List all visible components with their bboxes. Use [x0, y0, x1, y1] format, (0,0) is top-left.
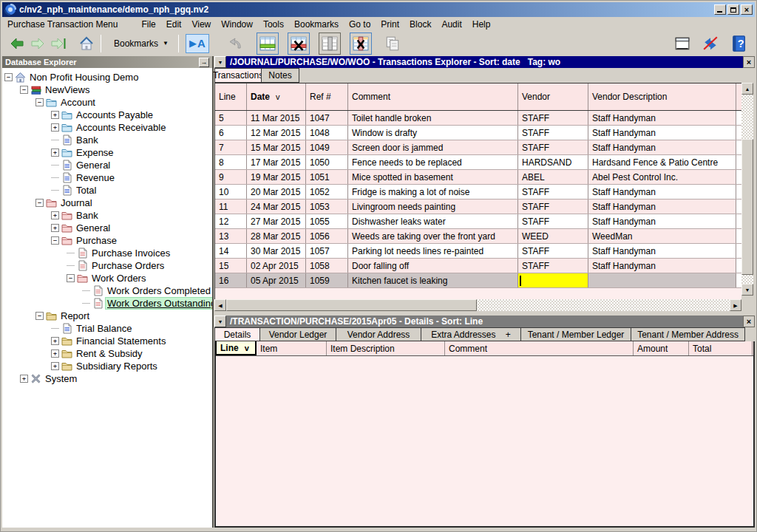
comment-cell[interactable]: Toilet handle broken	[348, 111, 518, 125]
tree-item-newviews[interactable]: −NewViews	[2, 83, 212, 96]
vendor-cell[interactable]: ABEL	[518, 170, 588, 184]
details-table-body[interactable]	[216, 356, 753, 526]
column-header-line[interactable]: Linev	[216, 341, 257, 355]
menu-help[interactable]: Help	[467, 18, 496, 30]
table-row[interactable]: 1328 Mar 20151056Weeds are taking over t…	[215, 229, 741, 244]
collapse-toggle[interactable]: −	[35, 98, 44, 106]
minimize-button[interactable]	[714, 4, 726, 15]
table-row[interactable]: 919 Mar 20151051Mice spotted in basement…	[215, 170, 741, 185]
tree-item-total[interactable]: Total	[2, 184, 212, 197]
panel-menu-dropdown[interactable]: ▼	[214, 56, 226, 68]
date-cell[interactable]: 17 Mar 2015	[247, 155, 306, 169]
tree-item-journal[interactable]: −Journal	[2, 197, 212, 209]
collapse-toggle[interactable]: −	[20, 86, 28, 94]
menu-edit[interactable]: Edit	[161, 18, 187, 30]
tree-item-subsidiary-reports[interactable]: +Subsidiary Reports	[2, 360, 212, 372]
ref-cell[interactable]: 1050	[306, 155, 348, 169]
tree-item-account[interactable]: −Account	[2, 96, 212, 109]
tab-details[interactable]: Details	[214, 327, 260, 341]
table-row[interactable]: 612 Mar 20151048Window is draftySTAFFSta…	[215, 126, 741, 140]
back-button[interactable]	[7, 33, 27, 54]
home-button[interactable]	[76, 33, 97, 54]
insert-row-button[interactable]	[257, 33, 279, 55]
scroll-up-button[interactable]: ▲	[741, 83, 753, 95]
vendor-description-cell[interactable]: Staff Handyman	[588, 140, 736, 154]
line-cell[interactable]: 16	[215, 273, 247, 287]
vendor-cell[interactable]: HARDSAND	[518, 155, 588, 169]
vendor-cell[interactable]: STAFF	[518, 111, 588, 125]
window-layout-button[interactable]	[672, 33, 693, 54]
vendor-cell[interactable]: STAFF	[518, 244, 588, 258]
tab-vendor-address[interactable]: Vendor Address	[336, 327, 421, 341]
tree-item-purchase[interactable]: −Purchase	[2, 234, 212, 247]
tab-extra-addresses[interactable]: Extra Addresses +	[421, 327, 521, 341]
tree-item-report[interactable]: −Report	[2, 310, 212, 322]
collapse-toggle[interactable]: −	[35, 199, 44, 207]
comment-cell[interactable]: Screen door is jammed	[348, 140, 518, 154]
ref-cell[interactable]: 1051	[306, 170, 348, 184]
line-cell[interactable]: 5	[215, 111, 247, 125]
comment-cell[interactable]: Dishwasher leaks water	[348, 214, 518, 228]
table-row[interactable]: 1227 Mar 20151055Dishwasher leaks waterS…	[215, 214, 741, 229]
delete-column-button[interactable]	[350, 33, 372, 55]
tab-transactions[interactable]: Transactions	[214, 68, 262, 83]
panel-close-button[interactable]: ×	[743, 56, 755, 68]
tab-notes[interactable]: Notes	[261, 68, 299, 83]
tree-item-work-orders-completed[interactable]: Work Orders Completed	[2, 284, 212, 297]
comment-cell[interactable]: Livingroom needs painting	[348, 200, 518, 214]
insert-column-button[interactable]	[319, 33, 341, 55]
panel-arrow-icon[interactable]: →	[199, 58, 209, 67]
line-cell[interactable]: 8	[215, 155, 247, 169]
vendor-cell[interactable]: STAFF	[518, 200, 588, 214]
ref-cell[interactable]: 1052	[306, 185, 348, 199]
table-row[interactable]: 1020 Mar 20151052Fridge is making a lot …	[215, 185, 741, 200]
table-row[interactable]: 511 Mar 20151047Toilet handle brokenSTAF…	[215, 111, 741, 126]
menu-purchase-transaction-menu[interactable]: Purchase Transaction Menu	[2, 18, 123, 30]
comment-cell[interactable]: Kitchen faucet is leaking	[348, 273, 518, 287]
maximize-button[interactable]	[727, 4, 739, 15]
date-cell[interactable]: 05 Apr 2015	[247, 273, 306, 287]
ref-cell[interactable]: 1056	[306, 229, 348, 243]
tree-item-purchase-invoices[interactable]: Purchase Invoices	[2, 247, 212, 259]
tree-item-system[interactable]: +System	[2, 372, 212, 385]
line-cell[interactable]: 9	[215, 170, 247, 184]
menu-audit[interactable]: Audit	[436, 18, 466, 30]
table-row[interactable]: 1605 Apr 20151059Kitchen faucet is leaki…	[215, 273, 741, 288]
copy-button[interactable]	[382, 33, 403, 54]
line-cell[interactable]: 12	[215, 214, 247, 228]
forward-button[interactable]	[27, 33, 48, 54]
tree-item-purchase-orders[interactable]: Purchase Orders	[2, 259, 212, 272]
table-row[interactable]: 1502 Apr 20151058Door falling offSTAFFSt…	[215, 259, 741, 273]
vendor-cell[interactable]: STAFF	[518, 185, 588, 199]
vendor-description-cell[interactable]	[588, 273, 736, 287]
ref-cell[interactable]: 1055	[306, 214, 348, 228]
ref-cell[interactable]: 1058	[306, 259, 348, 273]
forward-end-button[interactable]	[48, 33, 69, 54]
date-cell[interactable]: 27 Mar 2015	[247, 214, 306, 228]
highlight-text-button[interactable]: ▶A	[186, 34, 209, 53]
menu-view[interactable]: View	[186, 18, 216, 30]
vendor-description-cell[interactable]: Abel Pest Control Inc.	[588, 170, 736, 184]
menu-print[interactable]: Print	[376, 18, 404, 30]
scroll-right-button[interactable]: ▶	[730, 299, 741, 311]
line-cell[interactable]: 15	[215, 259, 247, 273]
tree-item-rent-subsidy[interactable]: +Rent & Subsidy	[2, 347, 212, 360]
table-row[interactable]: 1124 Mar 20151053Livingroom needs painti…	[215, 200, 741, 214]
table-row[interactable]: 1430 Mar 20151057Parking lot needs lines…	[215, 244, 741, 259]
horizontal-scroll-thumb[interactable]	[226, 299, 477, 311]
comment-cell[interactable]: Parking lot needs lines re-painted	[348, 244, 518, 258]
delete-row-button[interactable]	[288, 33, 310, 55]
vertical-scrollbar[interactable]: ▲ ▼	[741, 83, 753, 296]
expand-toggle[interactable]: +	[51, 211, 59, 219]
date-cell[interactable]: 02 Apr 2015	[247, 259, 306, 273]
menu-window[interactable]: Window	[216, 18, 258, 30]
vendor-cell[interactable]: STAFF	[518, 140, 588, 154]
bookmarks-dropdown[interactable]: Bookmarks ▼	[108, 35, 174, 52]
close-button[interactable]: ×	[741, 4, 753, 15]
comment-cell[interactable]: Fence needs to be replaced	[348, 155, 518, 169]
comment-cell[interactable]: Mice spotted in basement	[348, 170, 518, 184]
column-header-comment[interactable]: Comment	[348, 83, 518, 110]
expand-toggle[interactable]: +	[51, 111, 59, 119]
tree-item-accounts-receivable[interactable]: +Accounts Receivable	[2, 121, 212, 134]
menu-bookmarks[interactable]: Bookmarks	[289, 18, 344, 30]
